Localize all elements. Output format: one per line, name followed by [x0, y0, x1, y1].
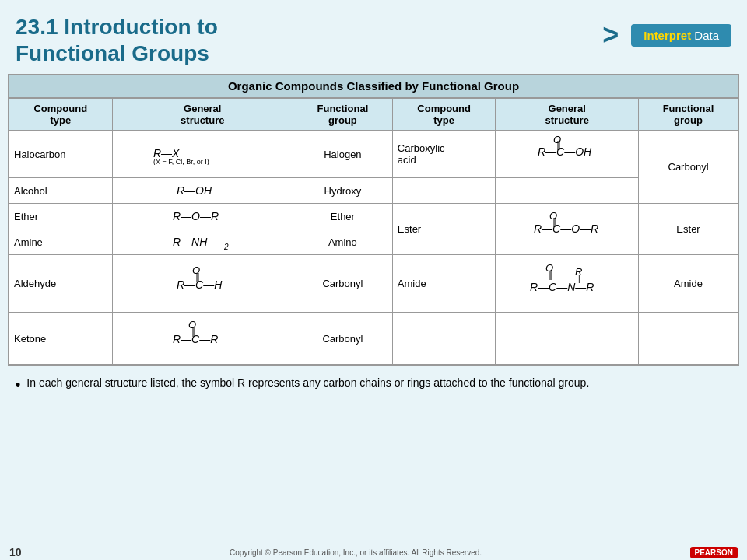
svg-text:2: 2	[223, 243, 229, 251]
ether-structure-svg: R—O—R	[171, 207, 233, 226]
interpret-label: Interpret	[644, 29, 691, 42]
col-header-general-structure-2: Generalstructure	[496, 99, 639, 131]
cell-ether-struct: R—O—R	[112, 204, 293, 229]
cell-ketone-name: Ketone	[9, 313, 113, 365]
footer-description: In each general structure listed, the sy…	[26, 376, 589, 389]
bullet-icon: •	[16, 376, 20, 394]
svg-text:R—C—N—R: R—C—N—R	[530, 281, 594, 293]
table-row: Halocarbon R—X (X = F, Cl, Br, or I) Hal…	[9, 131, 738, 178]
cell-alcohol-fg: Hydroxy	[293, 178, 392, 204]
cell-carboxylic-name: Carboxylicacid	[392, 131, 496, 178]
data-label: Data	[691, 29, 719, 42]
footer-text: • In each general structure listed, the …	[0, 366, 747, 397]
cell-halocarbon-fg: Halogen	[293, 131, 392, 178]
table-row: Aldehyde R—C—H O ‖ Carbonyl Amide R—C—N—…	[9, 255, 738, 313]
page-number: 10	[9, 546, 22, 558]
cell-ether-fg: Ether	[293, 204, 392, 229]
page-header: 23.1 Introduction to Functional Groups >…	[0, 0, 747, 74]
alcohol-structure-svg: R—OH	[175, 181, 230, 200]
ketone-structure-svg: R—C—R O ‖	[171, 316, 233, 361]
svg-text:‖: ‖	[191, 326, 196, 337]
cell-ketone-col2-empty	[392, 313, 496, 365]
halocarbon-structure-svg: R—X (X = F, Cl, Br, or I)	[152, 143, 253, 165]
cell-ester-struct: R—C—O—R O ‖	[496, 204, 639, 255]
svg-text:‖: ‖	[195, 271, 200, 282]
footer-bottom: 10 Copyright © Pearson Education, Inc., …	[0, 544, 747, 560]
cell-alcohol-name: Alcohol	[9, 178, 113, 204]
col-header-compound-type-1: Compoundtype	[9, 99, 113, 131]
col-header-functional-group-2: Functionalgroup	[639, 99, 738, 131]
cell-ketone-fg: Carbonyl	[293, 313, 392, 365]
cell-ether-name: Ether	[9, 204, 113, 229]
table-header-row: Compoundtype Generalstructure Functional…	[9, 99, 738, 131]
cell-ester-fg: Ester	[639, 204, 738, 255]
ester-structure-svg: R—C—O—R O ‖	[532, 209, 602, 250]
cell-amide-name: Amide	[392, 255, 496, 313]
header-right: > Interpret Data	[602, 14, 731, 51]
cell-amide-struct: R—C—N—R O ‖ R |	[496, 255, 639, 313]
cell-ketone-struct: R—C—R O ‖	[112, 313, 293, 365]
interpret-data-button[interactable]: Interpret Data	[631, 24, 731, 47]
table-title: Organic Compounds Classified by Function…	[9, 75, 738, 98]
page-title: 23.1 Introduction to Functional Groups	[16, 14, 218, 66]
cell-amide-fg: Amide	[639, 255, 738, 313]
cell-aldehyde-struct: R—C—H O ‖	[112, 255, 293, 313]
col-header-compound-type-2: Compoundtype	[392, 99, 496, 131]
svg-text:R—OH: R—OH	[177, 184, 212, 197]
svg-text:|: |	[578, 275, 580, 283]
svg-text:‖: ‖	[549, 269, 553, 280]
col-header-functional-group-1: Functionalgroup	[293, 99, 392, 131]
cell-ketone-col2-struct	[496, 313, 639, 365]
cell-alcohol-struct: R—OH	[112, 178, 293, 204]
svg-text:‖: ‖	[552, 216, 557, 227]
cell-amine-struct: R—NH 2	[112, 229, 293, 255]
cell-amine-name: Amine	[9, 229, 113, 255]
cell-aldehyde-fg: Carbonyl	[293, 255, 392, 313]
svg-text:R—C—OH: R—C—OH	[538, 145, 592, 158]
cell-carboxylic-struct: R—C—OH O ‖	[496, 131, 639, 178]
col-header-general-structure-1: Generalstructure	[112, 99, 293, 131]
compounds-table: Compoundtype Generalstructure Functional…	[9, 98, 738, 365]
table-row: Ether R—O—R Ether Ester R—C—O—R O ‖ E	[9, 204, 738, 229]
cell-ester-name: Ester	[392, 204, 496, 255]
table-row: Ketone R—C—R O ‖ Carbonyl	[9, 313, 738, 365]
copyright-text: Copyright © Pearson Education, Inc., or …	[230, 548, 482, 557]
main-table-container: Organic Compounds Classified by Function…	[8, 74, 739, 366]
cell-alcohol-col2-empty	[392, 178, 496, 204]
cell-aldehyde-name: Aldehyde	[9, 255, 113, 313]
cell-amine-fg: Amino	[293, 229, 392, 255]
cell-carboxylic-fg: Carbonyl	[639, 131, 738, 204]
aldehyde-structure-svg: R—C—H O ‖	[175, 261, 230, 306]
cell-halocarbon-name: Halocarbon	[9, 131, 113, 178]
amide-structure-svg: R—C—N—R O ‖ R |	[528, 258, 606, 309]
amine-structure-svg: R—NH 2	[171, 233, 233, 251]
table-row: Alcohol R—OH Hydroxy	[9, 178, 738, 204]
svg-text:R—NH: R—NH	[173, 236, 208, 248]
next-arrow-icon[interactable]: >	[602, 19, 619, 51]
cell-ketone-col2-fg	[639, 313, 738, 365]
svg-text:‖: ‖	[556, 139, 561, 150]
pearson-logo: PEARSON	[690, 547, 738, 558]
cell-alcohol-col2-struct	[496, 178, 639, 204]
svg-text:R—O—R: R—O—R	[173, 210, 219, 222]
svg-text:(X = F, Cl, Br, or I): (X = F, Cl, Br, or I)	[153, 158, 209, 165]
svg-text:R—C—O—R: R—C—O—R	[534, 222, 598, 235]
carboxylic-acid-structure-svg: R—C—OH O ‖	[536, 134, 598, 174]
cell-halocarbon-struct: R—X (X = F, Cl, Br, or I)	[112, 131, 293, 178]
